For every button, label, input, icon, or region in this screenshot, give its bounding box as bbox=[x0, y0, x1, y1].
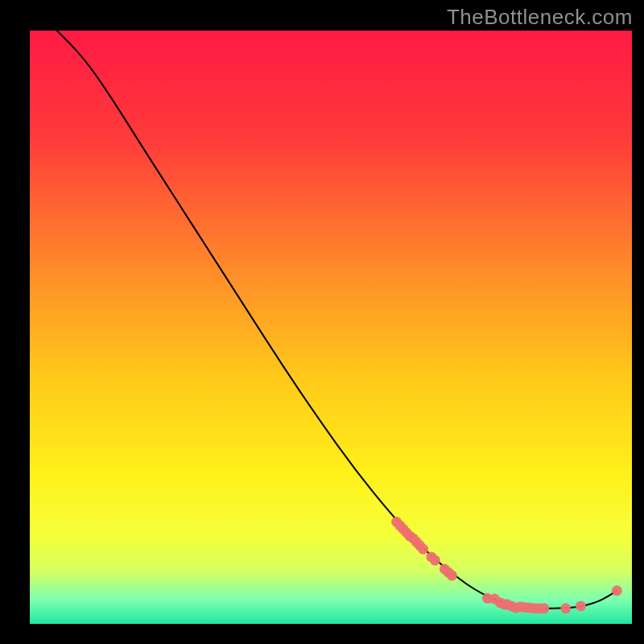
watermark-text: TheBottleneck.com bbox=[447, 5, 633, 30]
data-point-marker bbox=[560, 603, 571, 613]
data-point-marker bbox=[576, 601, 586, 611]
data-point-marker bbox=[612, 585, 622, 596]
data-point-marker bbox=[418, 544, 428, 555]
data-point-marker bbox=[539, 603, 549, 613]
plot-background bbox=[30, 31, 632, 624]
data-point-marker bbox=[430, 555, 440, 565]
bottleneck-chart bbox=[0, 0, 644, 644]
chart-container: TheBottleneck.com bbox=[0, 0, 644, 644]
data-point-marker bbox=[447, 570, 457, 580]
